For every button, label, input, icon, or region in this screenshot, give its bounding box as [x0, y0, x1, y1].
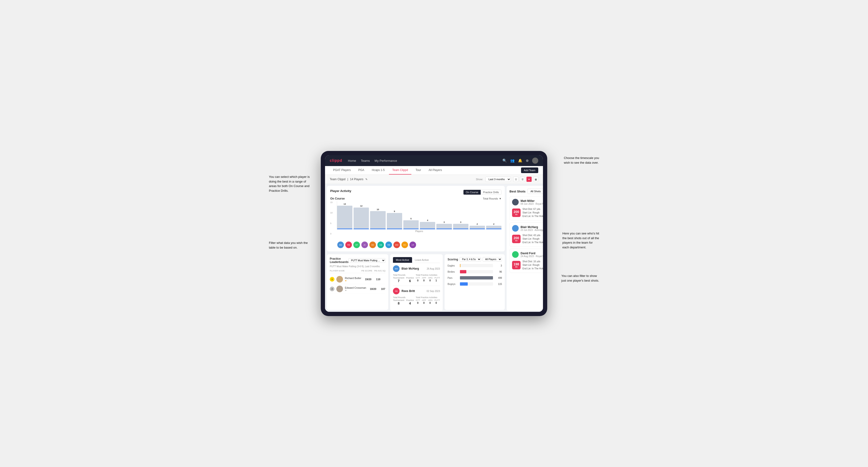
avatar-ecrossman[interactable]: EC [401, 242, 408, 248]
shot-player-meta-2: 23 Jul 2023 · Ashridge GC, Hole 15 [521, 229, 543, 231]
lb-col-name: PLAYER NAME [330, 270, 360, 272]
edit-icon[interactable]: ✎ [365, 178, 368, 181]
people-icon[interactable]: 👥 [510, 158, 515, 163]
active-player-2-header: RB Rees Britt 02 Sep 2023 [393, 288, 440, 294]
shot-player-meta-3: 24 Aug 2023 · Royal North Devon GC, Hole… [521, 255, 543, 257]
avatar-rbutler[interactable]: RB [385, 242, 392, 248]
start-lie-3: Start Lie: Rough [522, 263, 543, 267]
active-player-2-date: 02 Sep 2023 [427, 290, 440, 292]
list-view-icon[interactable]: ☰ [520, 177, 525, 182]
practice-header: Practice Leaderboards PUTT Must Make Put… [330, 257, 385, 264]
nav-link-teams[interactable]: Teams [361, 159, 370, 162]
nav-link-home[interactable]: Home [348, 159, 356, 162]
leaderboard-row-1[interactable]: 1 Richard Butler ★ 19/20 110 [330, 275, 385, 284]
shot-badge-1: 200 SG [512, 209, 521, 217]
drill-subtitle: PUTT Must Make Putting (3-6 ft), Last 3 … [330, 265, 385, 268]
bar-group-0[interactable]: 13 [337, 203, 352, 229]
bar-group-3[interactable]: 9 [387, 210, 402, 229]
bars-container: 1312109543322 [337, 201, 501, 229]
bar-group-8[interactable]: 2 [470, 223, 485, 229]
leaderboard-row-2[interactable]: 2 Edward Crossman ★ 18/20 107 [330, 284, 385, 294]
app-1: 0 [422, 279, 426, 282]
practice-sub-values-2: 0 0 0 0 [415, 302, 440, 304]
shot-card-2[interactable]: Blair McHarg 23 Jul 2023 · Ashridge GC, … [509, 222, 543, 247]
tab-most-active[interactable]: Most Active [393, 257, 412, 263]
avatar-eebert[interactable]: EE [369, 242, 376, 248]
start-lie-1: Start Lie: Rough [522, 211, 543, 214]
active-player-1-date: 26 Aug 2023 [427, 268, 440, 270]
shot-player-name-3: David Ford [521, 252, 543, 255]
avatar-bmcharg[interactable]: BM [337, 242, 344, 248]
avatar-dford[interactable]: DF [353, 242, 360, 248]
search-icon[interactable]: 🔍 [502, 158, 507, 163]
shots-type-select[interactable]: All Shots [527, 189, 543, 194]
bar-group-4[interactable]: 5 [403, 217, 418, 229]
sub-nav-pgat[interactable]: PGAT Players [330, 166, 354, 175]
player-count: 14 Players [350, 178, 364, 181]
sub-nav-pga[interactable]: PGA [355, 166, 368, 175]
bell-icon[interactable]: 🔔 [518, 158, 522, 163]
gtt-2: 0 [415, 302, 420, 304]
avatar-lrobertson[interactable]: LR [409, 242, 416, 248]
scoring-row-3: Bogeys115 [447, 282, 502, 286]
sub-nav-tour[interactable]: Tour [412, 166, 424, 175]
show-label: Show: [476, 178, 483, 181]
app-2: 0 [422, 302, 426, 304]
chart-filter[interactable]: Total Rounds ▼ [483, 197, 501, 200]
scoring-row-0: Eagles3 [447, 264, 502, 267]
bar-group-9[interactable]: 2 [486, 223, 501, 229]
shot-details-2: 200 SG Shot Dist: 43 yds Start Lie: Roug… [512, 234, 543, 244]
shot-label-3: SG [515, 266, 518, 268]
sub-nav-team-clippd[interactable]: Team Clippd [389, 166, 411, 175]
drill-select[interactable]: PUTT Must Make Putting ... [348, 258, 385, 263]
tab-least-active[interactable]: Least Active [412, 257, 432, 263]
tournament-label-1: Tournament [393, 277, 404, 279]
bar-group-2[interactable]: 10 [370, 208, 385, 229]
tablet-frame: clippd Home Teams My Performance 🔍 👥 🔔 ⊕… [321, 151, 547, 316]
lb-avg-1: 110 [373, 278, 380, 281]
bar-group-5[interactable]: 4 [420, 219, 435, 229]
shot-dist-3: Shot Dist: 16 yds [522, 260, 543, 263]
scoring-player-select[interactable]: All Players [483, 257, 502, 261]
user-avatar[interactable] [532, 158, 538, 164]
plus-circle-icon[interactable]: ⊕ [526, 158, 529, 163]
nav-links: Home Teams My Performance [348, 159, 497, 162]
shot-player-info-1: Matt Miller 09 Jun 2023 · Royal North De… [521, 199, 543, 205]
filter-icon[interactable]: ▦ [533, 177, 538, 182]
sub-nav-all-players[interactable]: All Players [425, 166, 445, 175]
shot-avatar-2 [512, 225, 519, 231]
start-lie-2: Start Lie: Rough [522, 237, 543, 241]
tablet-screen: clippd Home Teams My Performance 🔍 👥 🔔 ⊕… [325, 155, 543, 312]
arg-1: 0 [428, 279, 432, 282]
player-activity-panel: Player Activity On Course Practice Drill… [327, 186, 505, 251]
avatar-gbillingham[interactable]: GB [377, 242, 384, 248]
players-x-label: Players [337, 230, 501, 232]
heart-view-icon[interactable]: ♥ [526, 177, 532, 182]
shot-card-1[interactable]: Matt Miller 09 Jun 2023 · Royal North De… [509, 196, 543, 220]
bar-group-1[interactable]: 12 [353, 205, 369, 229]
nav-link-performance[interactable]: My Performance [375, 159, 397, 162]
avatar-mmiller[interactable]: MM [394, 242, 400, 248]
y-5: 5 [330, 222, 333, 224]
bar-group-6[interactable]: 3 [436, 221, 452, 229]
shot-info-2: Shot Dist: 43 yds Start Lie: Rough End L… [522, 234, 543, 244]
top-nav: clippd Home Teams My Performance 🔍 👥 🔔 ⊕ [325, 155, 543, 166]
scoring-par-select[interactable]: Par 3, 4 & 5s [460, 257, 481, 261]
player-avatars-row: BM RB DF JC EE GB RB MM EC LR [330, 242, 501, 248]
avatar-jcoles[interactable]: JC [361, 242, 368, 248]
practice-drills-toggle[interactable]: Practice Drills [481, 190, 501, 195]
on-course-toggle[interactable]: On Course [464, 190, 481, 195]
end-lie-1: End Lie: In The Hole [522, 214, 543, 218]
shot-info-1: Shot Dist: 67 yds Start Lie: Rough End L… [522, 207, 543, 218]
bar-group-7[interactable]: 3 [453, 221, 468, 229]
add-team-button[interactable]: Add Team [521, 167, 538, 173]
shot-card-3[interactable]: David Ford 24 Aug 2023 · Royal North Dev… [509, 249, 543, 273]
sub-nav-hcaps[interactable]: Hcaps 1-5 [368, 166, 388, 175]
timescale-select[interactable]: Last 3 months Last 6 months Last year [486, 177, 511, 182]
grid-view-icon[interactable]: ☷ [513, 177, 519, 182]
filter-chevron: ▼ [499, 197, 501, 200]
team-header: Team Clippd | 14 Players ✎ Show: Last 3 … [325, 175, 543, 184]
chart-header: On Course Total Rounds ▼ [330, 197, 501, 200]
gtt-1: 0 [415, 279, 420, 282]
avatar-rbritt[interactable]: RB [345, 242, 352, 248]
